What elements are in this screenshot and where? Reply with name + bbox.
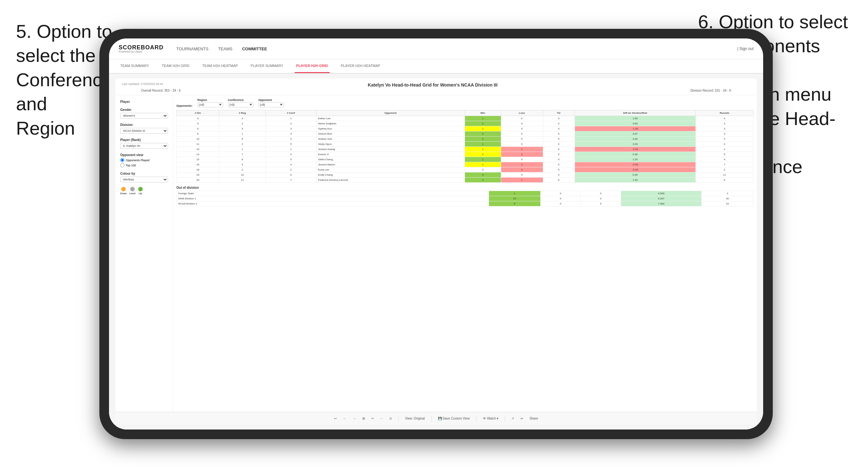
nav-committee[interactable]: COMMITTEE [242, 45, 267, 53]
cell-win: 1 [465, 162, 501, 167]
table-row: 5 2 2 Alexis Sudjianto 1 0 0 4.00 3 [177, 121, 753, 126]
cell-loss: 2 [501, 152, 543, 157]
tablet-shell: SCOREBOARD Powered by clippd TOURNAMENTS… [99, 29, 773, 439]
toolbar-dots[interactable]: ··· [380, 417, 383, 420]
cell-div: 10 [177, 136, 219, 142]
cell-reg: 2 [219, 121, 266, 126]
toolbar-export[interactable]: ↗ [512, 417, 514, 420]
cell-out-opponent: Foreign Team [177, 191, 489, 196]
filter-row: Opponents: Region (All) Conference [176, 98, 753, 107]
col-header-div: # Div [177, 110, 219, 116]
colour-by-select[interactable]: Win/loss [120, 177, 168, 182]
cell-out-win: 1 [489, 191, 540, 196]
table-row: 19 10 6 Emily Chang 4 0 0 0.30 11 [177, 173, 753, 178]
cell-tie: 0 [543, 126, 575, 131]
toolbar-watch[interactable]: 👁 Watch ▾ [483, 417, 499, 420]
conference-filter-group: Conference (All) [228, 98, 254, 107]
cell-reg: 11 [219, 178, 266, 183]
cell-win: 1 [465, 116, 501, 121]
cell-conf: 3 [266, 136, 316, 142]
toolbar-cut[interactable]: ✂ [371, 417, 374, 420]
sub-nav-team-h2h-heatmap[interactable]: TEAM H2H HEATMAP [201, 59, 240, 73]
cell-opponent: Sharon Mun [316, 131, 465, 136]
sub-nav-team-h2h-grid[interactable]: TEAM H2H GRID [160, 59, 191, 73]
conference-filter-select[interactable]: (All) [228, 102, 254, 107]
cell-tie: 0 [543, 173, 575, 178]
cell-rounds: 11 [695, 173, 753, 178]
table-row: 9 1 4 Sharon Mun 1 0 0 3.67 3 [177, 131, 753, 136]
legend-dot-down [121, 187, 126, 191]
cell-reg: 3 [219, 162, 266, 167]
sign-out-link[interactable]: | Sign out [738, 46, 753, 51]
cell-div: 5 [177, 121, 219, 126]
toolbar-back[interactable]: ← [343, 417, 346, 420]
cell-conf: 4 [266, 131, 316, 136]
cell-loss: 1 [501, 178, 543, 183]
last-updated: Last Updated: 27/03/2024 06:44 [122, 82, 163, 86]
cell-opponent: Federica Domecq Lacroze [316, 178, 465, 183]
cell-reg: 10 [219, 173, 266, 178]
sub-nav-team-summary[interactable]: TEAM SUMMARY [119, 59, 151, 73]
cell-div: 11 [177, 142, 219, 147]
panel-title-row: Last Updated: 27/03/2024 06:44 Katelyn V… [122, 82, 750, 88]
colour-by-label: Colour by [120, 172, 168, 175]
record-row: Overall Record: 353 - 34 - 6 Division Re… [122, 89, 750, 92]
toolbar-undo[interactable]: ↩ [334, 417, 337, 420]
cell-out-diff: 4.500 [621, 191, 702, 196]
toolbar-share[interactable]: Share [529, 417, 538, 420]
toolbar-grid[interactable]: ⊞ [362, 417, 365, 420]
left-sidebar: Player Gender Women's Division [116, 95, 173, 412]
cell-rounds: 3 [695, 121, 753, 126]
overall-record: Overall Record: 353 - 34 - 6 [141, 89, 181, 92]
col-header-opponent: Opponent [316, 110, 465, 116]
cell-loss: 0 [501, 136, 543, 142]
cell-loss: 3 [501, 167, 543, 173]
cell-div: 15 [177, 157, 219, 162]
col-header-conf: # Conf [266, 110, 316, 116]
nav-teams[interactable]: TEAMS [218, 45, 232, 53]
cell-conf: 1 [266, 116, 316, 121]
radio-opponents-played[interactable]: Opponents Played [120, 158, 168, 162]
nav-right: | Sign out [738, 46, 753, 51]
sub-nav-player-summary[interactable]: PLAYER SUMMARY [249, 59, 285, 73]
cell-out-tie: 0 [581, 201, 621, 207]
cell-opponent: Esther Lee [316, 116, 465, 121]
nav-tournaments[interactable]: TOURNAMENTS [176, 45, 209, 53]
region-filter-select[interactable]: (All) [197, 102, 223, 107]
toolbar-divider-3 [476, 415, 476, 422]
cell-diff: -0.94 [575, 162, 695, 167]
toolbar-save-custom[interactable]: 💾 Save Custom View [438, 417, 470, 420]
toolbar-divider-1 [398, 415, 399, 422]
sub-nav-player-h2h-grid[interactable]: PLAYER H2H GRID [295, 59, 330, 73]
toolbar-share-arrows[interactable]: ⇔ [520, 417, 523, 420]
cell-conf: 2 [266, 121, 316, 126]
sub-nav-player-h2h-heatmap[interactable]: PLAYER H2H HEATMAP [339, 59, 382, 73]
division-select[interactable]: NCAA Division III [120, 128, 168, 134]
player-rank-select[interactable]: 6. Katelyn Vo [120, 143, 168, 149]
cell-conf: 5 [266, 142, 316, 147]
toolbar-view-original[interactable]: View: Original [405, 417, 425, 420]
tablet-screen: SCOREBOARD Powered by clippd TOURNAMENTS… [109, 38, 763, 430]
cell-reg: 6 [219, 136, 266, 142]
opponent-filter-select[interactable]: (All) [258, 102, 284, 107]
toolbar-divider-4 [505, 415, 505, 422]
toolbar-forward[interactable]: → [353, 417, 356, 420]
cell-rounds: 3 [695, 131, 753, 136]
table-row: 3 3 1 Esther Lee 1 0 0 1.50 4 [177, 116, 753, 121]
cell-diff: 4.00 [575, 136, 695, 142]
cell-tie: 0 [543, 131, 575, 136]
toolbar-circle[interactable]: ⊙ [389, 417, 392, 420]
opponent-filter-label: Opponent [258, 98, 284, 102]
gender-select[interactable]: Women's [120, 113, 168, 119]
cell-conf: 3 [266, 126, 316, 131]
cell-opponent: Sydney Kuo [316, 126, 465, 131]
cell-out-win: 15 [489, 196, 540, 201]
table-row: 11 2 5 Heejo Hyun 1 0 0 3.33 3 [177, 142, 753, 147]
cell-opponent: Euna Lee [316, 167, 465, 173]
sub-nav: TEAM SUMMARY TEAM H2H GRID TEAM H2H HEAT… [109, 59, 763, 74]
cell-tie: 0 [543, 162, 575, 167]
legend-dot-up [138, 187, 143, 191]
cell-tie: 0 [543, 178, 575, 183]
cell-rounds: 2 [695, 147, 753, 152]
radio-top100[interactable]: Top 100 [120, 163, 168, 167]
